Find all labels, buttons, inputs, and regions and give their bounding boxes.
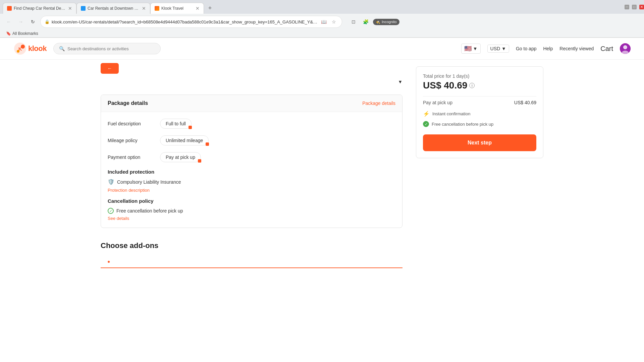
flag-icon: 🇺🇸: [464, 45, 472, 52]
addons-tabs: ●: [101, 255, 402, 268]
extension-icon[interactable]: 🧩: [361, 17, 370, 26]
next-step-button[interactable]: Next step: [423, 134, 536, 151]
minimize-button[interactable]: ─: [625, 5, 629, 9]
currency-selector[interactable]: USD ▼: [487, 45, 509, 53]
see-details-link[interactable]: See details: [108, 216, 395, 221]
page-content: ← ▼ Package details Package details Fuel…: [0, 60, 644, 275]
price-info-icon[interactable]: i: [469, 83, 475, 88]
mileage-row: Mileage policy Unlimited mileage: [108, 135, 395, 145]
tab3-close[interactable]: ✕: [196, 6, 200, 11]
addons-section: Choose add-ons ●: [101, 228, 402, 275]
protection-description-link[interactable]: Protection description: [108, 188, 395, 193]
all-bookmarks-item[interactable]: 🔖 All Bookmarks: [4, 31, 40, 37]
tab-3-active[interactable]: Klook Travel ✕: [150, 3, 204, 14]
cancellation-section: Cancellation policy ✓ Free cancellation …: [108, 198, 395, 221]
svg-point-2: [21, 45, 25, 49]
search-input[interactable]: [67, 46, 155, 51]
package-details-link[interactable]: Package details: [362, 101, 395, 106]
instant-confirmation-row: ⚡ Instant confirmation: [423, 109, 536, 119]
cart-link[interactable]: Cart: [600, 45, 613, 53]
payment-badge[interactable]: Pay at pick up: [160, 152, 201, 162]
address-text: klook.com/en-US/car-rentals/detail/?sear…: [52, 19, 318, 24]
fuel-badge[interactable]: Full to full: [160, 119, 192, 129]
user-avatar[interactable]: [620, 43, 631, 54]
tab-1[interactable]: Find Cheap Car Rental Deals &... ✕: [3, 3, 76, 14]
bookmarks-icon: 🔖: [6, 31, 11, 36]
tab2-label: Car Rentals at Downtown Los A...: [88, 6, 140, 11]
tab3-label: Klook Travel: [161, 6, 194, 11]
tab1-favicon: [7, 6, 12, 11]
bookmarks-bar: 🔖 All Bookmarks: [0, 30, 644, 38]
reader-mode-icon[interactable]: 📖: [320, 18, 328, 26]
cancellation-row: ✓ Free cancellation before pick up: [108, 208, 395, 214]
back-nav-button[interactable]: ←: [4, 17, 13, 26]
lightning-icon: ⚡: [423, 111, 430, 117]
header-search-box[interactable]: 🔍: [53, 43, 161, 54]
avatar-image: [620, 43, 631, 54]
incognito-icon: 🕵️: [376, 20, 380, 24]
go-to-app-link[interactable]: Go to app: [516, 46, 537, 51]
included-protection-title: Included protection: [108, 169, 395, 175]
tab2-close[interactable]: ✕: [142, 6, 146, 11]
flag-dropdown-icon: ▼: [473, 46, 478, 51]
maximize-button[interactable]: □: [632, 5, 637, 9]
cast-icon[interactable]: ⊡: [349, 17, 358, 26]
all-bookmarks-label: All Bookmarks: [12, 31, 38, 36]
svg-point-5: [623, 45, 627, 49]
check-circle-icon: ✓: [108, 208, 114, 214]
green-check-icon: ✓: [423, 121, 429, 127]
package-card-header: Package details Package details: [101, 95, 402, 112]
forward-nav-button[interactable]: →: [16, 17, 25, 26]
cancellation-text: Free cancellation before pick up: [116, 208, 183, 214]
currency-label: USD: [490, 46, 500, 51]
package-details-title: Package details: [108, 100, 148, 106]
klook-header: K klook 🔍 🇺🇸 ▼ USD ▼ Go to app Help Rece…: [0, 38, 644, 60]
dropdown-arrow-icon: ▼: [398, 79, 402, 84]
total-price-label: Total price for 1 day(s): [423, 73, 536, 79]
tab1-label: Find Cheap Car Rental Deals &...: [14, 6, 66, 11]
bookmark-star-icon[interactable]: ☆: [330, 18, 338, 26]
addon-tab-active[interactable]: ●: [101, 255, 117, 268]
search-icon: 🔍: [59, 46, 65, 51]
address-bar-row: ← → ↻ 🔒 klook.com/en-US/car-rentals/deta…: [0, 14, 644, 30]
pay-at-pickup-amount: US$ 40.69: [514, 100, 536, 105]
mileage-badge[interactable]: Unlimited mileage: [160, 135, 209, 145]
price-card: Total price for 1 day(s) US$ 40.69 i Pay…: [416, 66, 543, 158]
total-price-amount: US$ 40.69: [423, 80, 467, 91]
klook-logo[interactable]: K klook: [13, 42, 47, 55]
flag-currency-selector[interactable]: 🇺🇸 ▼: [461, 44, 481, 54]
pay-at-pickup-row: Pay at pick up US$ 40.69: [423, 96, 536, 109]
mileage-label: Mileage policy: [108, 138, 155, 143]
klook-logo-text: klook: [28, 44, 47, 53]
reload-button[interactable]: ↻: [28, 17, 38, 26]
new-tab-button[interactable]: +: [205, 4, 215, 13]
payment-label: Payment option: [108, 155, 155, 160]
addons-title: Choose add-ons: [101, 241, 402, 250]
tab1-close[interactable]: ✕: [68, 6, 72, 11]
browser-extras: ⊡ 🧩 🕵️ Incognito: [349, 17, 399, 26]
pay-at-pickup-label: Pay at pick up: [423, 100, 452, 105]
tab-2[interactable]: Car Rentals at Downtown Los A... ✕: [76, 3, 150, 14]
back-arrow-icon: ←: [107, 66, 112, 71]
header-nav: 🇺🇸 ▼ USD ▼ Go to app Help Recently viewe…: [461, 43, 631, 54]
tab3-favicon: [155, 6, 159, 11]
cancellation-title: Cancellation policy: [108, 198, 395, 204]
protection-row: 🛡️ Compulsory Liability Insurance: [108, 179, 395, 185]
total-price-value: US$ 40.69 i: [423, 80, 536, 91]
currency-dropdown-icon: ▼: [501, 46, 506, 51]
back-button[interactable]: ←: [101, 63, 119, 74]
close-button[interactable]: ✕: [639, 5, 644, 9]
protection-text: Compulsory Liability Insurance: [117, 179, 181, 185]
help-link[interactable]: Help: [543, 46, 553, 51]
incognito-badge: 🕵️ Incognito: [373, 19, 399, 25]
included-protection-section: Included protection 🛡️ Compulsory Liabil…: [108, 169, 395, 193]
browser-chrome: Find Cheap Car Rental Deals &... ✕ Car R…: [0, 0, 644, 38]
fuel-row: Fuel description Full to full: [108, 119, 395, 129]
top-bar-area: ← ▼: [101, 60, 402, 88]
tab2-favicon: [81, 6, 86, 11]
incognito-label: Incognito: [382, 20, 397, 24]
recently-viewed-link[interactable]: Recently viewed: [559, 46, 594, 51]
address-bar[interactable]: 🔒 klook.com/en-US/car-rentals/detail/?se…: [40, 16, 342, 28]
dropdown-toggle[interactable]: ▼: [101, 79, 402, 84]
package-details-card: Package details Package details Fuel des…: [101, 95, 402, 228]
